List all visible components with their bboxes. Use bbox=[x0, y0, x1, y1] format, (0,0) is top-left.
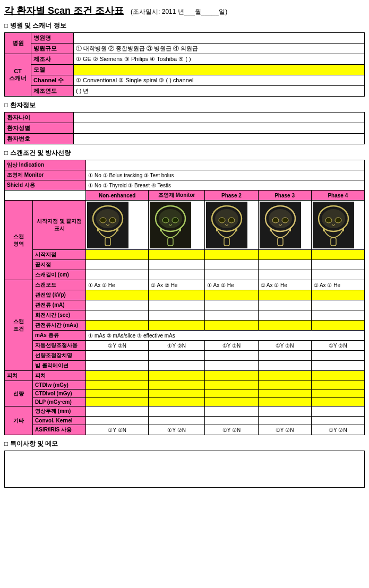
rotation-mas-p4[interactable] bbox=[311, 321, 364, 331]
pitch-ne[interactable] bbox=[86, 371, 149, 381]
convol-p3[interactable] bbox=[258, 417, 311, 425]
img-thickness-p3[interactable] bbox=[258, 407, 311, 417]
scan-length-cm[interactable] bbox=[149, 270, 205, 280]
patient-age-value[interactable] bbox=[74, 113, 365, 123]
mas-total-row: mAs 총류 ① mAs ② mAs/slice ③ effective mAs bbox=[5, 331, 365, 341]
kvp-p4[interactable] bbox=[311, 290, 364, 300]
notes-section-header: □ 특이사항 및 메모 bbox=[4, 439, 365, 448]
patient-id-value[interactable] bbox=[74, 134, 365, 144]
indication-value[interactable] bbox=[86, 160, 365, 170]
auto-name-p2[interactable] bbox=[205, 351, 258, 361]
rotation-p4[interactable] bbox=[311, 310, 364, 321]
rotation-p3[interactable] bbox=[258, 310, 311, 321]
kvp-p3[interactable] bbox=[258, 290, 311, 300]
dlp-p4[interactable] bbox=[311, 398, 364, 407]
pitch-p2[interactable] bbox=[205, 371, 258, 381]
dlp-cm[interactable] bbox=[149, 398, 205, 407]
img-thickness-cm[interactable] bbox=[149, 407, 205, 417]
beam-p3[interactable] bbox=[258, 361, 311, 371]
kvp-cm[interactable] bbox=[149, 290, 205, 300]
scan-length-p2[interactable] bbox=[205, 270, 258, 280]
other-label-side: 기타 bbox=[5, 407, 33, 435]
rotation-mas-p2[interactable] bbox=[205, 321, 258, 331]
auto-name-p4[interactable] bbox=[311, 351, 364, 361]
rotation-ne[interactable] bbox=[86, 310, 149, 321]
end-point-ne[interactable] bbox=[86, 260, 149, 270]
pitch-main-label: 피치 bbox=[5, 371, 33, 381]
convol-p4[interactable] bbox=[311, 417, 364, 425]
auto-exposure-row: 자동선량조절사용 ①Y ②N ①Y ②N ①Y ②N ①Y ②N ①Y ②N bbox=[5, 341, 365, 351]
scan-length-ne[interactable] bbox=[86, 270, 149, 280]
pitch-p3[interactable] bbox=[258, 371, 311, 381]
rotation-p2[interactable] bbox=[205, 310, 258, 321]
start-point-cm[interactable] bbox=[149, 250, 205, 260]
start-point-p4[interactable] bbox=[311, 250, 364, 260]
scan-length-p3[interactable] bbox=[258, 270, 311, 280]
ctdivol-cm[interactable] bbox=[149, 390, 205, 398]
end-point-p4[interactable] bbox=[311, 260, 364, 270]
asir-p3: ①Y ②N bbox=[258, 425, 311, 435]
pitch-cm[interactable] bbox=[149, 371, 205, 381]
memo-box[interactable] bbox=[4, 451, 365, 488]
scan-length-p4[interactable] bbox=[311, 270, 364, 280]
auto-exposure-p2: ①Y ②N bbox=[205, 341, 258, 351]
auto-name-cm[interactable] bbox=[149, 351, 205, 361]
dlp-p2[interactable] bbox=[205, 398, 258, 407]
rotation-mas-p3[interactable] bbox=[258, 321, 311, 331]
rotation-cm[interactable] bbox=[149, 310, 205, 321]
ma-p3[interactable] bbox=[258, 300, 311, 310]
hospital-name-value[interactable] bbox=[74, 33, 365, 44]
end-point-cm[interactable] bbox=[149, 260, 205, 270]
convol-cm[interactable] bbox=[149, 417, 205, 425]
img-thickness-ne[interactable] bbox=[86, 407, 149, 417]
dlp-ne[interactable] bbox=[86, 398, 149, 407]
convol-ne[interactable] bbox=[86, 417, 149, 425]
beam-cm[interactable] bbox=[149, 361, 205, 371]
ctdiw-p4[interactable] bbox=[311, 381, 364, 390]
auto-name-label: 선량조절장치명 bbox=[33, 351, 86, 361]
title-note: (조사일시: 2011 년___월_____일) bbox=[131, 8, 227, 15]
ma-ne[interactable] bbox=[86, 300, 149, 310]
start-end-label: 시작지점 및 끝지점 표시 bbox=[33, 201, 86, 250]
beam-p4[interactable] bbox=[311, 361, 364, 371]
svg-point-14 bbox=[172, 218, 178, 223]
rotation-mas-ne[interactable] bbox=[86, 321, 149, 331]
end-point-p2[interactable] bbox=[205, 260, 258, 270]
svg-point-10 bbox=[159, 209, 182, 228]
non-enhanced-image-cell bbox=[86, 201, 149, 250]
pitch-p4[interactable] bbox=[311, 371, 364, 381]
model-value[interactable] bbox=[74, 65, 365, 75]
auto-name-p3[interactable] bbox=[258, 351, 311, 361]
ctdiw-p2[interactable] bbox=[205, 381, 258, 390]
patient-gender-value[interactable] bbox=[74, 123, 365, 134]
auto-name-ne[interactable] bbox=[86, 351, 149, 361]
ctdivol-p4[interactable] bbox=[311, 390, 364, 398]
beam-ne[interactable] bbox=[86, 361, 149, 371]
dlp-p3[interactable] bbox=[258, 398, 311, 407]
kvp-p2[interactable] bbox=[205, 290, 258, 300]
ctdiw-p3[interactable] bbox=[258, 381, 311, 390]
start-point-p3[interactable] bbox=[258, 250, 311, 260]
rotation-mas-cm[interactable] bbox=[149, 321, 205, 331]
ctdivol-p2[interactable] bbox=[205, 390, 258, 398]
ctdiw-label: CTDIw (mGy) bbox=[33, 381, 86, 390]
ma-cm[interactable] bbox=[149, 300, 205, 310]
convol-p2[interactable] bbox=[205, 417, 258, 425]
ctdivol-p3[interactable] bbox=[258, 390, 311, 398]
img-thickness-p2[interactable] bbox=[205, 407, 258, 417]
start-point-ne[interactable] bbox=[86, 250, 149, 260]
ma-p2[interactable] bbox=[205, 300, 258, 310]
ctdiw-cm[interactable] bbox=[149, 381, 205, 390]
img-thickness-p4[interactable] bbox=[311, 407, 364, 417]
end-point-p3[interactable] bbox=[258, 260, 311, 270]
start-point-p2[interactable] bbox=[205, 250, 258, 260]
kvp-ne[interactable] bbox=[86, 290, 149, 300]
patient-age-label: 환자나이 bbox=[5, 113, 74, 123]
contrast-options: ① No ② Bolus tracking ③ Test bolus bbox=[86, 170, 365, 180]
ma-p4[interactable] bbox=[311, 300, 364, 310]
ctdivol-ne[interactable] bbox=[86, 390, 149, 398]
beam-p2[interactable] bbox=[205, 361, 258, 371]
ctdiw-ne[interactable] bbox=[86, 381, 149, 390]
scan-mode-ne: ① Ax ② He bbox=[86, 280, 149, 290]
svg-point-21 bbox=[219, 218, 225, 223]
